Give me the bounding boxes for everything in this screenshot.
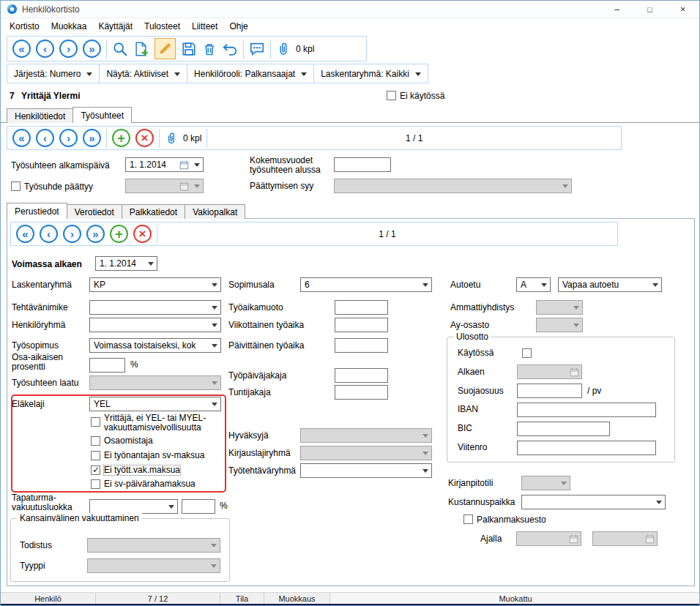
nav-last-button[interactable]: » bbox=[86, 225, 105, 243]
person-group-select[interactable] bbox=[89, 318, 221, 332]
toolbar-separator bbox=[157, 225, 157, 244]
job-title-label: Tehtävänimike bbox=[12, 303, 68, 313]
weekly-hours-input[interactable] bbox=[335, 318, 388, 332]
nav-next-button[interactable]: › bbox=[59, 40, 78, 58]
close-button[interactable]: × bbox=[666, 1, 699, 18]
iban-input[interactable] bbox=[517, 403, 656, 417]
pension-opt-no-sv-checkbox[interactable] bbox=[91, 451, 100, 460]
calcgroup-filter-dropdown[interactable]: Laskentaryhmä: Kaikki bbox=[313, 64, 428, 83]
iban-label: IBAN bbox=[458, 405, 478, 414]
attachments-button[interactable] bbox=[165, 131, 178, 146]
save-button[interactable] bbox=[181, 41, 197, 57]
basics-pager: 1 / 1 bbox=[163, 229, 612, 239]
menu-muokkaa[interactable]: Muokkaa bbox=[45, 19, 93, 34]
protected-share-input[interactable] bbox=[517, 384, 582, 398]
agreement-select[interactable]: 6 bbox=[300, 277, 432, 292]
comment-button[interactable] bbox=[249, 41, 265, 57]
garnishment-enabled-checkbox[interactable] bbox=[522, 348, 532, 358]
menu-tulosteet[interactable]: Tulosteet bbox=[138, 19, 186, 34]
main-toolbar-row: « ‹ › » bbox=[1, 34, 699, 64]
show-filter-dropdown[interactable]: Näytä: Aktiiviset bbox=[99, 64, 187, 83]
add-row-button[interactable]: + bbox=[110, 225, 128, 243]
task-group-select[interactable] bbox=[300, 463, 432, 478]
weekly-hours-label: Viikottainen työaika bbox=[228, 321, 304, 330]
pension-type-select[interactable]: YEL bbox=[89, 397, 221, 411]
nav-prev-button[interactable]: ‹ bbox=[36, 129, 54, 147]
experience-input[interactable] bbox=[334, 157, 391, 172]
entry-type-group-select bbox=[300, 446, 432, 460]
international-insurance-legend: Kansainvälinen vakuuttaminen bbox=[17, 513, 142, 523]
reference-number-input[interactable] bbox=[517, 441, 656, 455]
maximize-button[interactable]: □ bbox=[633, 1, 666, 18]
cost-center-select[interactable] bbox=[521, 495, 666, 509]
attachments-button[interactable] bbox=[276, 41, 291, 57]
basics-toolbar: « ‹ › » + × 1 / 1 bbox=[10, 222, 618, 246]
job-title-select[interactable] bbox=[89, 300, 221, 315]
role-filter-dropdown[interactable]: Henkilörooli: Palkansaajat bbox=[187, 64, 314, 83]
car-benefit-type-select[interactable]: Vapaa autoetu bbox=[558, 277, 662, 292]
edit-button[interactable] bbox=[154, 38, 176, 59]
tab-tyosuhteet[interactable]: Työsuhteet bbox=[72, 107, 132, 123]
nav-next-button[interactable]: › bbox=[63, 225, 81, 243]
calc-group-select[interactable]: KP bbox=[89, 277, 221, 292]
remove-row-button[interactable]: × bbox=[135, 129, 154, 147]
chevron-down-icon bbox=[86, 72, 92, 79]
car-benefit-code-select[interactable]: A bbox=[516, 277, 551, 292]
toolbar-separator bbox=[106, 40, 107, 59]
add-row-button[interactable]: + bbox=[112, 129, 130, 147]
menu-ohje[interactable]: Ohje bbox=[223, 19, 253, 34]
undo-button[interactable] bbox=[222, 41, 238, 57]
tab-verotiedot[interactable]: Verotiedot bbox=[67, 204, 122, 219]
tab-henkilotiedot[interactable]: Henkilötiedot bbox=[7, 108, 73, 123]
day-divisor-input[interactable] bbox=[335, 368, 388, 383]
parttime-pct-input[interactable] bbox=[89, 358, 125, 373]
nav-next-button[interactable]: › bbox=[59, 129, 78, 147]
search-button[interactable] bbox=[112, 41, 128, 57]
inactive-checkbox[interactable] bbox=[387, 91, 396, 100]
chevron-down-icon bbox=[191, 179, 203, 192]
contract-select[interactable]: Voimassa toistaiseksi, kok bbox=[89, 338, 221, 353]
accident-pct-input[interactable] bbox=[182, 499, 215, 514]
new-card-button[interactable] bbox=[133, 41, 149, 57]
nav-prev-button[interactable]: ‹ bbox=[36, 40, 54, 58]
window-title: Henkilökortisto bbox=[22, 4, 80, 15]
employment-ends-checkbox[interactable] bbox=[11, 182, 21, 191]
bic-input[interactable] bbox=[517, 422, 610, 436]
delete-button[interactable] bbox=[202, 41, 217, 57]
search-icon bbox=[112, 41, 128, 57]
pension-opt-no-unemployment-label: Ei tyött.vak.maksua bbox=[104, 465, 180, 475]
sort-filter-dropdown[interactable]: Järjestä: Numero bbox=[7, 64, 100, 83]
remove-row-button[interactable]: × bbox=[133, 225, 152, 243]
tab-palkkatiedot[interactable]: Palkkatiedot bbox=[122, 204, 185, 219]
nav-prev-button[interactable]: ‹ bbox=[40, 225, 58, 243]
minimize-button[interactable]: – bbox=[600, 1, 633, 18]
tab-vakiopalkat[interactable]: Vakiopalkat bbox=[185, 204, 245, 219]
menu-kortisto[interactable]: Kortisto bbox=[4, 19, 45, 34]
daily-hours-input[interactable] bbox=[335, 338, 388, 353]
status-entity: Henkilö bbox=[1, 593, 96, 604]
pension-opt-no-unemployment-checkbox[interactable] bbox=[91, 465, 100, 475]
menu-liitteet[interactable]: Liitteet bbox=[186, 19, 223, 34]
menu-bar: Kortisto Muokkaa Käyttäjät Tulosteet Lii… bbox=[1, 18, 699, 34]
start-date-picker[interactable]: 1. 1.2014 bbox=[125, 157, 204, 172]
valid-from-select[interactable]: 1. 1.2014 bbox=[95, 256, 157, 271]
pay-block-checkbox[interactable] bbox=[463, 515, 473, 524]
menu-kayttajat[interactable]: Käyttäjät bbox=[92, 19, 138, 34]
hour-divisor-input[interactable] bbox=[335, 385, 388, 400]
tab-perustiedot[interactable]: Perustiedot bbox=[7, 203, 67, 219]
calendar-icon bbox=[645, 534, 655, 544]
nav-first-button[interactable]: « bbox=[12, 40, 31, 58]
worktime-form-input[interactable] bbox=[335, 300, 388, 315]
nav-last-button[interactable]: » bbox=[83, 40, 101, 58]
pension-opt-partowner-checkbox[interactable] bbox=[91, 436, 100, 446]
accident-class-select[interactable] bbox=[89, 499, 178, 514]
nav-last-button[interactable]: » bbox=[83, 129, 101, 147]
nav-first-button[interactable]: « bbox=[16, 225, 34, 243]
chevron-down-icon bbox=[420, 446, 431, 460]
nav-first-glyph: « bbox=[18, 43, 24, 54]
nav-first-button[interactable]: « bbox=[12, 129, 31, 147]
daily-hours-label: Päivittäinen työaika bbox=[228, 341, 304, 351]
pension-opt-entrepreneur-checkbox[interactable] bbox=[91, 417, 100, 427]
pension-opt-no-daily-allowance-checkbox[interactable] bbox=[91, 479, 100, 489]
car-benefit-type-value: Vapaa autoetu bbox=[562, 280, 619, 290]
